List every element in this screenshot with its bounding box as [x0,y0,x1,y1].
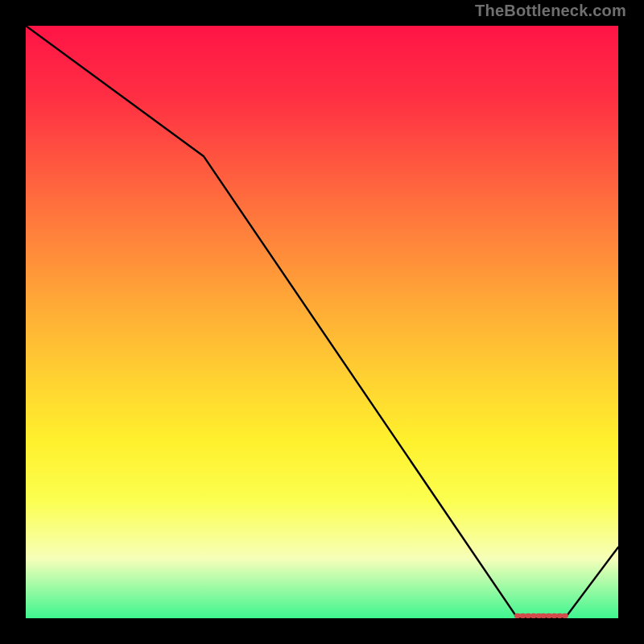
line-curve [26,26,618,618]
data-marker [514,613,521,618]
marker-group [26,26,618,618]
data-marker [525,613,531,618]
data-marker [540,613,547,618]
data-marker [530,613,537,618]
data-marker [556,613,563,618]
data-marker [551,613,557,618]
chart-container: TheBottleneck.com [0,0,644,644]
data-marker [562,613,568,618]
plot-area [26,26,618,618]
attribution-text: TheBottleneck.com [475,2,626,20]
data-marker [546,613,552,618]
data-marker [519,613,526,618]
data-marker [535,613,542,618]
